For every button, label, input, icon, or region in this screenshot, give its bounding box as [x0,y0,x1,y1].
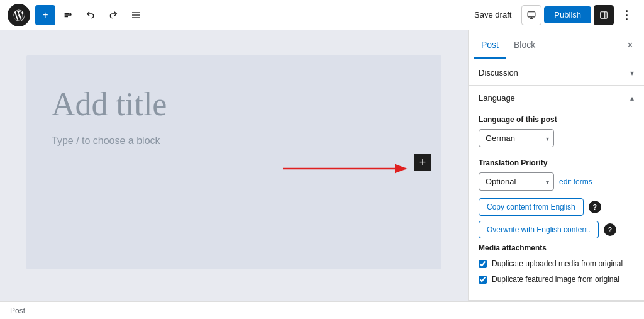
media-attachments-label: Media attachments [479,243,634,252]
language-section-header[interactable]: Language ▴ [469,86,644,110]
editor-canvas: Add title Type / to choose a block + [26,55,441,269]
language-chevron-icon: ▴ [630,94,634,103]
status-label: Post [10,306,25,315]
editor-area: Add title Type / to choose a block + [0,30,468,301]
add-block-button[interactable]: + [414,154,431,171]
status-bar: Post [0,301,644,319]
duplicate-uploaded-row: Duplicate uploaded media from original [479,259,634,269]
content-placeholder[interactable]: Type / to choose a block [52,135,416,147]
duplicate-uploaded-label: Duplicate uploaded media from original [492,259,623,269]
duplicate-featured-label: Duplicate featured image from original [492,274,619,285]
discussion-section: Discussion ▾ [469,60,644,86]
translation-priority-select-wrapper: Optional Normal High Mandatory ▾ [479,172,554,191]
redo-button[interactable] [103,5,123,25]
copy-content-help-icon[interactable]: ? [589,201,601,213]
language-section-content: Language of this post German English Fre… [469,110,644,300]
translation-priority-row: Optional Normal High Mandatory ▾ edit te… [479,172,634,191]
svg-line-1 [70,14,71,14]
duplicate-uploaded-checkbox[interactable] [479,260,487,268]
translation-priority-select[interactable]: Optional Normal High Mandatory [479,172,554,191]
undo-button[interactable] [80,5,101,25]
tab-block[interactable]: Block [506,32,543,59]
discussion-label: Discussion [479,68,518,77]
wordpress-icon [13,9,25,21]
language-select[interactable]: German English French Spanish [479,129,554,147]
language-label: Language [479,93,515,103]
discussion-section-header[interactable]: Discussion ▾ [469,60,644,85]
sidebar-close-button[interactable]: × [621,36,639,54]
language-select-wrapper: German English French Spanish ▾ [479,129,554,147]
duplicate-featured-row: Duplicate featured image from original [479,274,634,285]
main-area: Add title Type / to choose a block + Pos… [0,30,644,301]
language-section: Language ▴ Language of this post German … [469,86,644,301]
toolbar: + Save draft Publish ⋮ [0,0,644,30]
more-options-button[interactable]: ⋮ [616,5,636,25]
overwrite-content-help-icon[interactable]: ? [604,223,616,236]
tab-post[interactable]: Post [474,32,506,59]
preview-button[interactable] [521,5,541,25]
language-of-post-label: Language of this post [479,115,634,124]
overwrite-content-row: Overwrite with English content. ? [479,221,634,238]
sidebar: Post Block × Discussion ▾ Language ▴ Lan… [468,30,644,301]
title-placeholder[interactable]: Add title [52,86,416,123]
copy-content-button[interactable]: Copy content from English [479,198,584,216]
tools-button[interactable] [58,5,78,25]
duplicate-featured-checkbox[interactable] [479,276,487,284]
translation-priority-label: Translation Priority [479,159,634,167]
svg-rect-8 [601,11,608,18]
overwrite-content-button[interactable]: Overwrite with English content. [479,221,599,238]
discussion-chevron-icon: ▾ [630,69,634,77]
publish-button[interactable]: Publish [544,6,591,23]
save-draft-button[interactable]: Save draft [467,6,519,23]
copy-content-row: Copy content from English ? [479,198,634,216]
edit-terms-link[interactable]: edit terms [559,177,592,186]
add-block-toolbar-button[interactable]: + [35,5,55,25]
list-view-button[interactable] [126,5,146,25]
sidebar-toggle-button[interactable] [594,5,614,25]
sidebar-header: Post Block × [469,30,644,60]
svg-rect-5 [528,11,536,16]
wp-logo [8,4,30,26]
